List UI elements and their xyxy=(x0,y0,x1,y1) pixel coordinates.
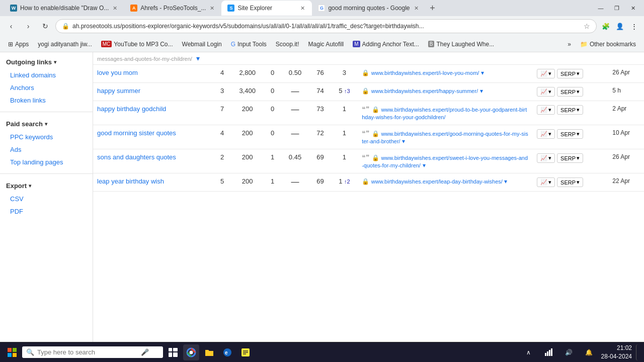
ie-taskbar-icon[interactable]: e xyxy=(219,344,235,360)
url-link[interactable]: www.birthdaywishes.expert/leap-day-birth… xyxy=(371,178,503,185)
chart-button[interactable]: 📈 ▾ xyxy=(537,129,555,139)
bookmark-apps[interactable]: ⊞ Apps xyxy=(4,39,33,50)
task-view-button[interactable] xyxy=(165,344,181,360)
notification-icon[interactable]: 🔔 xyxy=(581,344,597,360)
new-tab-button[interactable]: + xyxy=(426,1,440,15)
bookmark-yogi[interactable]: yogi adityanath jiw... xyxy=(34,39,96,50)
url-link[interactable]: www.birthdaywishes.expert/i-love-you-mom… xyxy=(371,70,479,76)
bookmark-other[interactable]: 📁 Other bookmarks xyxy=(576,39,640,50)
serp-button[interactable]: SERP ▾ xyxy=(557,87,583,97)
keyword-link[interactable]: happy birthday godchild xyxy=(97,105,166,113)
tab-1-close[interactable]: ✕ xyxy=(112,4,118,13)
volume-cell: 2,800 xyxy=(230,65,265,83)
profile-icon[interactable]: 👤 xyxy=(614,20,626,32)
tab-4[interactable]: G good morning quotes - Google ✕ xyxy=(312,1,425,16)
bookmark-anchor[interactable]: M Adding Anchor Text... xyxy=(349,39,423,50)
bookmark-magicautofill[interactable]: Magic Autofill xyxy=(304,39,348,50)
time-display: 21:02 xyxy=(601,344,632,352)
svg-rect-17 xyxy=(547,351,548,356)
url-bar[interactable]: 🔒 ah.proseotools.us/positions-explorer/o… xyxy=(55,19,597,33)
url-expand-icon[interactable]: ▾ xyxy=(423,162,426,169)
url-expand-icon[interactable]: ▾ xyxy=(402,138,405,145)
bookmark-star[interactable]: ☆ xyxy=(584,22,590,30)
show-desktop-button[interactable] xyxy=(636,344,640,360)
chart-button[interactable]: 📈 ▾ xyxy=(537,105,555,115)
extensions-icon[interactable]: 🧩 xyxy=(600,20,612,32)
chart-button[interactable]: 📈 ▾ xyxy=(537,177,555,187)
windows-button[interactable] xyxy=(4,344,20,360)
chart-dropdown-icon: ▾ xyxy=(548,88,551,95)
svg-point-9 xyxy=(190,350,193,354)
close-button[interactable]: ✕ xyxy=(626,4,640,13)
bookmark-inputtools[interactable]: G Input Tools xyxy=(227,39,271,50)
export-heading[interactable]: Export ▾ xyxy=(0,179,93,193)
url-link[interactable]: www.birthdaywishes.expert/proud-to-be-yo… xyxy=(362,107,527,120)
reload-button[interactable]: ↻ xyxy=(38,19,52,33)
network-icon[interactable] xyxy=(541,344,557,360)
serp-button[interactable]: SERP ▾ xyxy=(557,69,583,78)
sidebar-anchors[interactable]: Anchors xyxy=(0,81,93,94)
tab-2[interactable]: A Ahrefs - ProSeoTools_... ✕ xyxy=(124,1,221,16)
forward-button[interactable]: › xyxy=(21,19,35,33)
keyword-link[interactable]: happy summer xyxy=(97,87,140,95)
chart-button[interactable]: 📈 ▾ xyxy=(537,87,555,97)
taskbar-search-input[interactable] xyxy=(37,348,138,356)
files-taskbar-icon[interactable] xyxy=(201,344,217,360)
bookmark-ytmp3[interactable]: MC YouTube to MP3 Co... xyxy=(97,39,177,50)
tab-2-close[interactable]: ✕ xyxy=(209,4,215,13)
quote-icon[interactable]: ❝❞ xyxy=(362,105,370,113)
bookmark-scoopit[interactable]: Scoop.it! xyxy=(272,39,303,50)
sidebar-pdf[interactable]: PDF xyxy=(0,205,93,218)
action-buttons: 📈 ▾ SERP ▾ xyxy=(537,69,604,78)
serp-button[interactable]: SERP ▾ xyxy=(557,105,583,115)
chrome-taskbar-icon[interactable] xyxy=(183,344,199,360)
back-button[interactable]: ‹ xyxy=(4,19,18,33)
quote-icon[interactable]: ❝❞ xyxy=(362,129,370,137)
taskbar-search-bar[interactable]: 🔍 🎤 xyxy=(22,346,163,358)
bookmark-webmail[interactable]: Webmail Login xyxy=(178,39,226,50)
keyword-link[interactable]: love you mom xyxy=(97,69,138,76)
serp-button[interactable]: SERP ▾ xyxy=(557,129,583,139)
tab-3-close[interactable]: ✕ xyxy=(299,4,306,13)
tab-1[interactable]: W How to enable/disable "Draw O... ✕ xyxy=(4,1,124,16)
action-cell: 📈 ▾ SERP ▾ xyxy=(533,125,608,149)
keyword-link[interactable]: good morning sister quotes xyxy=(97,129,176,137)
bookmark-theylaughed[interactable]: B They Laughed Whe... xyxy=(424,39,498,50)
url-link[interactable]: www.birthdaywishes.expert/good-morning-q… xyxy=(362,131,528,144)
menu-icon[interactable]: ⋮ xyxy=(628,20,640,32)
serp-button[interactable]: SERP ▾ xyxy=(557,153,583,163)
url-expand-icon[interactable]: ▾ xyxy=(504,178,507,185)
quote-icon[interactable]: ❝❞ xyxy=(362,153,370,161)
bookmark-inputtools-label: Input Tools xyxy=(237,41,267,48)
paid-search-heading[interactable]: Paid search ▾ xyxy=(0,117,93,131)
pos-cell: 5 xyxy=(214,173,230,192)
mic-icon[interactable]: 🎤 xyxy=(141,348,149,356)
notes-taskbar-icon[interactable] xyxy=(237,344,254,360)
serp-button[interactable]: SERP ▾ xyxy=(557,177,583,187)
sidebar-csv[interactable]: CSV xyxy=(0,193,93,205)
url-link[interactable]: www.birthdaywishes.expert/happy-summer/ xyxy=(371,88,478,94)
chart-button[interactable]: 📈 ▾ xyxy=(537,153,555,163)
sidebar-ads[interactable]: Ads xyxy=(0,143,93,156)
show-hidden-icons[interactable]: ∧ xyxy=(521,344,537,360)
sidebar-top-landing[interactable]: Top landing pages xyxy=(0,156,93,168)
tab-4-close[interactable]: ✕ xyxy=(413,4,420,13)
url-link[interactable]: www.birthdaywishes.expert/sweet-i-love-y… xyxy=(362,155,528,168)
traffic-cell: 0 xyxy=(264,101,280,125)
partial-url-expand[interactable]: ▾ xyxy=(196,54,200,62)
sidebar-linked-domains[interactable]: Linked domains xyxy=(0,69,93,81)
sidebar-ppc-keywords[interactable]: PPC keywords xyxy=(0,131,93,143)
url-expand-icon[interactable]: ▾ xyxy=(480,87,483,95)
keyword-link[interactable]: sons and daughters quotes xyxy=(97,153,176,161)
url-expand-icon[interactable]: ▾ xyxy=(481,69,484,76)
keyword-link[interactable]: leap year birthday wish xyxy=(97,177,164,185)
maximize-button[interactable]: ❐ xyxy=(610,4,624,13)
more-bookmarks-button[interactable]: » xyxy=(564,39,575,50)
minimize-button[interactable]: — xyxy=(594,4,608,13)
volume-cell: 200 xyxy=(230,173,265,192)
chart-button[interactable]: 📈 ▾ xyxy=(537,69,555,78)
outgoing-links-heading[interactable]: Outgoing links ▾ xyxy=(0,55,93,69)
volume-icon[interactable]: 🔊 xyxy=(561,344,577,360)
sidebar-broken-links[interactable]: Broken links xyxy=(0,94,93,107)
tab-3[interactable]: S Site Explorer ✕ xyxy=(221,1,312,16)
